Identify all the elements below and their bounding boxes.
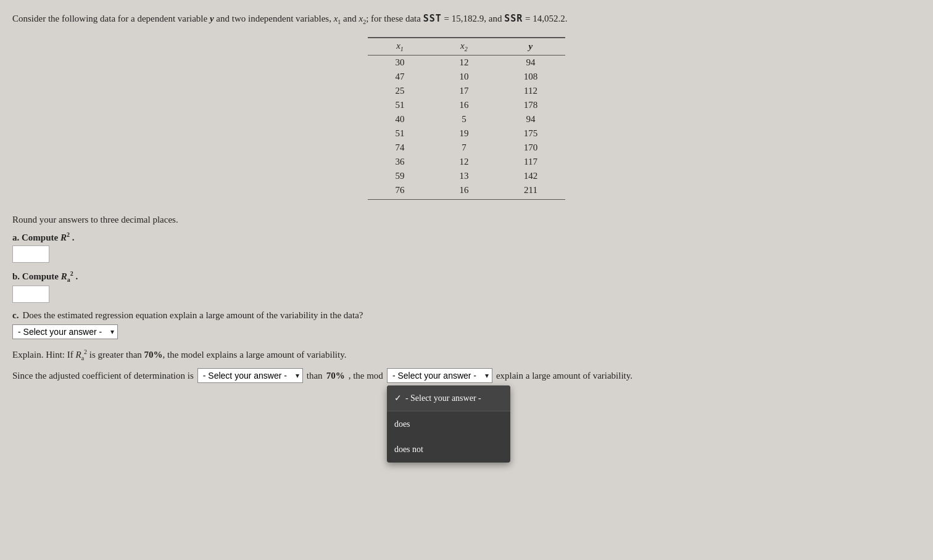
cell-x2-3: 16: [432, 98, 496, 112]
cell-x2-5: 19: [432, 126, 496, 141]
cell-y-7: 117: [496, 155, 565, 169]
part-c-section: c. Does the estimated regression equatio…: [12, 310, 921, 339]
cell-x2-7: 12: [432, 155, 496, 169]
round-note: Round your answers to three decimal plac…: [12, 215, 921, 225]
col1-header: x1: [368, 38, 432, 56]
intro-text3: and: [341, 14, 359, 23]
cell-y-5: 175: [496, 126, 565, 141]
check-icon: ✓: [394, 390, 402, 406]
cell-x2-6: 7: [432, 141, 496, 155]
dropdown-popup: ✓ - Select your answer - does does not: [387, 385, 510, 463]
ra2-input[interactable]: [12, 286, 49, 303]
part-c-question: Does the estimated regression equation e…: [22, 310, 363, 321]
cell-y-1: 108: [496, 70, 565, 84]
popup-option-does[interactable]: does: [387, 411, 510, 437]
sst-equation: = 15,182.9: [442, 14, 484, 23]
intro-paragraph: Consider the following data for a depend…: [12, 11, 921, 27]
cell-x1-5: 51: [368, 126, 432, 141]
cell-x2-4: 5: [432, 112, 496, 126]
table-row: 747170: [368, 141, 565, 155]
since-pct: 70%: [326, 368, 345, 384]
cell-x1-7: 36: [368, 155, 432, 169]
part-c-select[interactable]: - Select your answer -YesNo: [12, 324, 118, 339]
table-row: 5913142: [368, 169, 565, 183]
table-row: 5116178: [368, 98, 565, 112]
cell-y-3: 178: [496, 98, 565, 112]
since-select[interactable]: - Select your answer -greaterless: [197, 368, 303, 383]
part-c-select-container: - Select your answer -YesNo: [12, 324, 118, 339]
hint-line: Explain. Hint: If Ra2 is greater than 70…: [12, 347, 921, 364]
part-c-select-wrapper: - Select your answer -YesNo: [12, 324, 921, 339]
cell-x1-8: 59: [368, 169, 432, 183]
since-dropdown2-wrapper: - Select your answer -doesdoes not: [387, 368, 492, 384]
since-dropdown2-select[interactable]: - Select your answer -doesdoes not: [387, 368, 492, 383]
cell-y-8: 142: [496, 169, 565, 183]
part-a-label: a. Compute R2 .: [12, 231, 921, 243]
col3-header: y: [496, 38, 565, 56]
part-c-label: c.: [12, 310, 19, 321]
cell-x2-2: 17: [432, 84, 496, 98]
r2-input[interactable]: [12, 245, 49, 263]
table-row: 301294: [368, 56, 565, 70]
cell-y-6: 170: [496, 141, 565, 155]
intro-text1: Consider the following data for a depend…: [12, 14, 210, 23]
cell-y-9: 211: [496, 183, 565, 200]
cell-y-2: 112: [496, 84, 565, 98]
part-b-label: b. Compute Ra2 .: [12, 270, 921, 283]
part-b-section: b. Compute Ra2 .: [12, 270, 921, 303]
cell-x1-0: 30: [368, 56, 432, 70]
cell-y-4: 94: [496, 112, 565, 126]
table-row: 40594: [368, 112, 565, 126]
table-row: 3612117: [368, 155, 565, 169]
cell-y-0: 94: [496, 56, 565, 70]
since-text4: explain a large amount of variability.: [496, 368, 632, 384]
table-row: 2517112: [368, 84, 565, 98]
cell-x1-6: 74: [368, 141, 432, 155]
popup-option-does-not[interactable]: does not: [387, 437, 510, 462]
cell-x2-1: 10: [432, 70, 496, 84]
cell-x1-9: 76: [368, 183, 432, 200]
cell-x2-9: 16: [432, 183, 496, 200]
y-variable: y: [210, 14, 214, 23]
cell-x1-3: 51: [368, 98, 432, 112]
ssr-label: SSR: [504, 13, 523, 24]
intro-text6: .: [565, 14, 568, 23]
table-row: 5119175: [368, 126, 565, 141]
col2-header: x2: [432, 38, 496, 56]
popup-header[interactable]: ✓ - Select your answer -: [387, 385, 510, 411]
since-text1: Since the adjusted coefficient of determ…: [12, 368, 194, 384]
since-text2: than: [307, 368, 323, 384]
since-line: Since the adjusted coefficient of determ…: [12, 368, 921, 384]
intro-text5: , and: [484, 14, 504, 23]
part-a-section: a. Compute R2 .: [12, 231, 921, 263]
data-table-wrapper: x1 x2 y 30129447101082517112511617840594…: [12, 37, 921, 200]
intro-text4: ; for these data: [366, 14, 423, 23]
table-row: 4710108: [368, 70, 565, 84]
sst-label: SST: [423, 13, 442, 24]
since-select-wrapper: - Select your answer -greaterless: [197, 368, 303, 384]
table-row: 7616211: [368, 183, 565, 200]
since-dropdown2-container: - Select your answer -doesdoes not ✓ - S…: [387, 368, 492, 384]
cell-x1-4: 40: [368, 112, 432, 126]
ssr-equation: = 14,052.2: [523, 14, 565, 23]
popup-header-text: - Select your answer -: [405, 390, 481, 406]
cell-x2-0: 12: [432, 56, 496, 70]
cell-x2-8: 13: [432, 169, 496, 183]
cell-x1-2: 25: [368, 84, 432, 98]
cell-x1-1: 47: [368, 70, 432, 84]
part-c-question-line: c. Does the estimated regression equatio…: [12, 310, 921, 321]
since-text3: , the mod: [349, 368, 383, 384]
data-table: x1 x2 y 30129447101082517112511617840594…: [368, 37, 565, 200]
intro-text2: and two independent variables,: [214, 14, 334, 23]
